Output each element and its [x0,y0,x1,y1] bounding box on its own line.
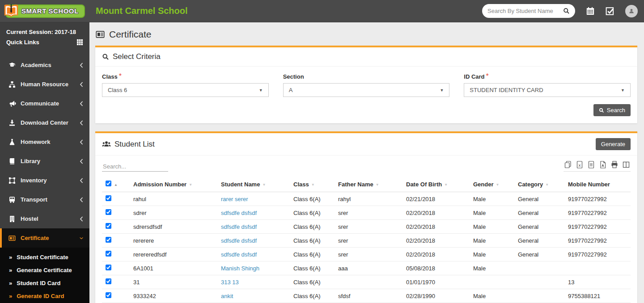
student-name-link[interactable]: sdfsdfe dsfsdf [221,223,257,230]
col-admission-number[interactable]: Admission Number▼ [130,177,217,192]
certificate-submenu: » Student Certificate » Generate Certifi… [0,248,89,303]
table-row: 9333242 ankit Class 6(A) sfdsf 02/28/199… [102,289,631,303]
row-checkbox[interactable] [106,265,111,270]
gender-cell: Male [470,289,514,303]
pdf-export-icon[interactable] [599,161,606,168]
sidebar-item-communicate[interactable]: Communicate [0,94,89,113]
class-select[interactable]: Class 6 ▼ [102,83,269,97]
book-icon [8,158,16,165]
class-cell: Class 6(A) [290,234,335,248]
dob-cell: 02/21/2018 [402,192,470,206]
generate-button[interactable]: Generate [596,138,631,150]
col-gender[interactable]: Gender▼ [470,177,514,192]
col-father-name[interactable]: Father Name▼ [335,177,402,192]
id-card-select[interactable]: STUDENT IDENTITY CARD ▼ [464,83,631,97]
row-checkbox[interactable] [106,195,111,201]
student-name-link[interactable]: sdfsdfe dsfsdf [221,251,257,258]
grid-icon [76,39,83,46]
col-class[interactable]: Class▼ [290,177,335,192]
submenu-student-certificate[interactable]: » Student Certificate [0,251,89,264]
excel-export-icon[interactable]: x [576,161,583,168]
admission-number-cell: sdrersdfsdf [130,220,217,234]
submenu-student-id-card[interactable]: » Student ID Card [0,277,89,290]
school-name: Mount Carmel School [96,6,188,16]
admission-number-cell: 31 [130,275,217,289]
section-label: Section [283,73,304,80]
print-icon[interactable] [611,161,618,168]
father-name-cell: sfdsf [335,289,402,303]
chevron-left-icon [80,139,83,145]
sidebar-item-hostel[interactable]: Hostel [0,209,89,228]
sidebar-item-download-center[interactable]: Download Center [0,113,89,132]
sort-icon: ▼ [545,183,549,187]
row-checkbox[interactable] [106,292,111,298]
dob-cell: 02/20/2018 [402,206,470,220]
father-name-cell: aaa [335,261,402,275]
quick-links[interactable]: Quick Links [6,37,83,47]
search-icon [102,53,109,60]
copy-icon[interactable] [564,161,572,168]
table-row: rererere sdfsdfe dsfsdf Class 6(A) srer … [102,234,631,248]
building-icon [8,215,16,223]
dob-cell: 02/20/2018 [402,234,470,248]
column-visibility-icon[interactable] [623,161,630,168]
sidebar-item-library[interactable]: Library [0,152,89,171]
student-name-link[interactable]: 313 13 [221,279,239,286]
sort-icon: ▼ [262,183,266,187]
row-checkbox[interactable] [106,223,111,229]
col-student-name[interactable]: Student Name▼ [217,177,290,192]
search-button[interactable]: Search [593,104,631,116]
row-checkbox[interactable] [106,237,111,243]
sidebar-item-inventory[interactable]: Inventory [0,171,89,190]
student-name-link[interactable]: rarer serer [221,196,248,202]
sidebar-item-transport[interactable]: Transport [0,190,89,209]
admission-number-cell: 6A1001 [130,261,217,275]
user-avatar[interactable] [625,5,638,17]
page-title: Certificate [109,29,152,40]
sidebar-item-human-resource[interactable]: Human Resource [0,75,89,94]
task-check-icon[interactable] [606,7,614,16]
gender-cell: Male [470,261,514,275]
calendar-icon[interactable] [586,7,595,16]
sidebar-item-certificate[interactable]: Certificate [0,228,89,248]
row-checkbox[interactable] [106,251,111,257]
student-name-link[interactable]: Manish Shingh [221,265,259,272]
student-search-input[interactable] [487,8,563,14]
col-mobile-number[interactable]: Mobile Number [564,177,631,192]
section-select[interactable]: A ▼ [283,83,450,97]
row-checkbox[interactable] [106,278,111,284]
double-angle-icon: » [9,293,12,299]
table-search-input[interactable] [102,162,168,172]
chevron-left-icon [80,216,83,222]
select-caret-icon: ▼ [440,88,444,93]
sidebar: Current Session: 2017-18 Quick Links Aca… [0,22,89,303]
mobile-cell [564,261,631,275]
required-mark: * [486,72,489,80]
app-logo[interactable]: SMART SCHOOL [0,0,89,22]
quick-links-label: Quick Links [6,37,39,47]
sidebar-item-academics[interactable]: Academics [0,55,89,75]
mobile-cell: 13 [564,275,631,289]
admission-number-cell: sdrer [130,206,217,220]
col-category[interactable]: Category▼ [514,177,564,192]
sidebar-item-homework[interactable]: Homework [0,132,89,152]
admission-number-cell: 9333242 [130,289,217,303]
sort-asc-icon[interactable]: ▲ [114,183,118,187]
dob-cell: 05/08/2018 [402,261,470,275]
gender-cell: Male [470,192,514,206]
certificate-page-icon [95,30,105,39]
col-date-of-birth[interactable]: Date Of Birth▼ [402,177,470,192]
student-name-link[interactable]: ankit [221,293,233,299]
table-header-row: ▲ Admission Number▼ Student Name▼ Class▼… [102,177,631,192]
class-cell: Class 6(A) [290,261,335,275]
gender-cell: Male [470,220,514,234]
submenu-generate-certificate[interactable]: » Generate Certificate [0,264,89,277]
row-checkbox[interactable] [106,209,111,215]
select-all-checkbox[interactable] [106,181,111,186]
student-name-link[interactable]: sdfsdfe dsfsdf [221,210,257,216]
search-icon[interactable] [563,8,570,14]
csv-export-icon[interactable] [588,161,595,168]
submenu-generate-id-card[interactable]: » Generate ID Card [0,290,89,303]
dob-cell: 02/28/1990 [402,289,470,303]
student-name-link[interactable]: sdfsdfe dsfsdf [221,237,257,244]
